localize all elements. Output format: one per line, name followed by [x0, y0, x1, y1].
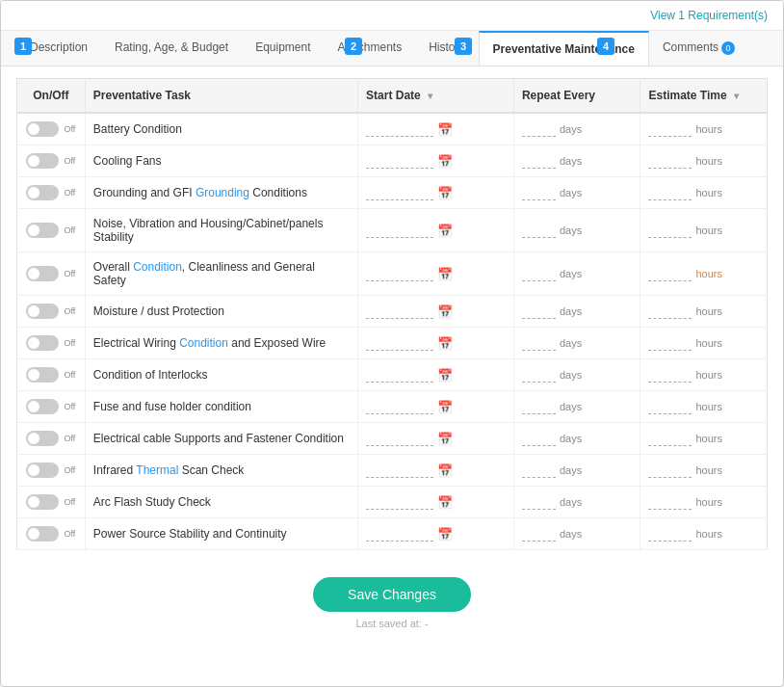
estimate-unit: hours	[695, 305, 722, 317]
estimate-unit: hours	[695, 268, 722, 279]
calendar-icon[interactable]: 📅	[437, 463, 453, 478]
repeat-input[interactable]	[522, 462, 556, 478]
task-link-text[interactable]: Condition	[133, 260, 182, 274]
toggle-switch[interactable]	[26, 185, 59, 200]
calendar-icon[interactable]: 📅	[437, 267, 453, 281]
date-input[interactable]	[366, 185, 433, 200]
save-changes-button[interactable]: Save Changes	[313, 577, 471, 612]
repeat-input[interactable]	[522, 431, 556, 446]
date-input[interactable]	[366, 266, 433, 281]
toggle-switch[interactable]	[26, 304, 59, 319]
date-input[interactable]	[366, 431, 433, 446]
toggle-switch[interactable]	[26, 367, 59, 383]
repeat-every-cell: days	[513, 113, 640, 145]
estimate-input[interactable]	[648, 121, 692, 137]
toggle-label: Off	[64, 306, 75, 316]
col-header-estimate[interactable]: Estimate Time ▾	[640, 79, 768, 114]
estimate-input[interactable]	[648, 223, 692, 238]
repeat-input[interactable]	[522, 121, 556, 137]
calendar-icon[interactable]: 📅	[437, 400, 453, 414]
repeat-input[interactable]	[522, 494, 556, 510]
toggle-switch[interactable]	[26, 223, 59, 238]
repeat-every-cell: days	[513, 252, 640, 296]
task-link-text[interactable]: Grounding	[196, 186, 249, 199]
repeat-input[interactable]	[522, 223, 556, 238]
estimate-time-cell: hours	[640, 209, 768, 252]
toggle-switch[interactable]	[26, 494, 59, 510]
toggle-switch[interactable]	[26, 335, 59, 351]
estimate-input[interactable]	[648, 304, 692, 319]
estimate-time-cell: hours	[640, 113, 768, 145]
table-row: Off Grounding and GFI Grounding Conditio…	[17, 177, 768, 209]
estimate-input[interactable]	[648, 431, 692, 446]
task-cell: Arc Flash Study Check	[85, 487, 357, 518]
repeat-input[interactable]	[522, 526, 556, 542]
calendar-icon[interactable]: 📅	[437, 122, 453, 137]
repeat-input[interactable]	[522, 335, 556, 351]
repeat-input[interactable]	[522, 367, 556, 383]
start-date-cell: 📅	[358, 252, 514, 296]
calendar-icon[interactable]: 📅	[437, 432, 453, 446]
toggle-switch[interactable]	[26, 462, 59, 478]
tab-rating[interactable]: Rating, Age, & Budget	[101, 31, 242, 66]
calendar-icon[interactable]: 📅	[437, 368, 453, 383]
task-link-text[interactable]: Thermal	[136, 463, 178, 477]
estimate-input[interactable]	[648, 367, 692, 383]
estimate-input[interactable]	[648, 494, 692, 510]
date-input[interactable]	[366, 335, 433, 351]
repeat-every-cell: days	[513, 145, 640, 177]
repeat-input[interactable]	[522, 185, 556, 200]
date-input[interactable]	[366, 526, 433, 542]
start-date-cell: 📅	[358, 359, 514, 391]
toggle-cell: Off	[17, 145, 86, 177]
calendar-icon[interactable]: 📅	[437, 495, 453, 510]
date-input[interactable]	[366, 367, 433, 383]
estimate-input[interactable]	[648, 335, 692, 351]
task-cell: Overall Condition, Cleanliness and Gener…	[85, 252, 357, 296]
estimate-input[interactable]	[648, 266, 692, 281]
calendar-icon[interactable]: 📅	[437, 154, 453, 169]
repeat-input[interactable]	[522, 304, 556, 319]
toggle-label: Off	[64, 269, 75, 278]
estimate-input[interactable]	[648, 526, 692, 542]
repeat-input[interactable]	[522, 399, 556, 414]
date-input[interactable]	[366, 462, 433, 478]
toggle-switch[interactable]	[26, 153, 59, 169]
task-link-text[interactable]: Condition	[179, 336, 228, 350]
toggle-switch[interactable]	[26, 431, 59, 446]
estimate-input[interactable]	[648, 185, 692, 200]
date-input[interactable]	[366, 399, 433, 414]
repeat-input[interactable]	[522, 266, 556, 281]
col-header-startdate[interactable]: Start Date ▾	[358, 79, 514, 114]
table-body: Off Battery Condition 📅 days hours Off C…	[17, 113, 768, 550]
tab-equipment[interactable]: Equipment	[242, 31, 324, 66]
toggle-switch[interactable]	[26, 266, 59, 281]
toggle-switch[interactable]	[26, 526, 59, 542]
toggle-label: Off	[64, 402, 75, 411]
estimate-input[interactable]	[648, 153, 692, 169]
calendar-icon[interactable]: 📅	[437, 527, 453, 542]
date-input[interactable]	[366, 223, 433, 238]
tab-comments[interactable]: Comments0	[649, 31, 748, 66]
calendar-icon[interactable]: 📅	[437, 186, 453, 200]
date-input[interactable]	[366, 494, 433, 510]
start-date-cell: 📅	[358, 113, 514, 145]
calendar-icon[interactable]: 📅	[437, 336, 453, 351]
toggle-label: Off	[64, 529, 75, 539]
date-input[interactable]	[366, 121, 433, 137]
repeat-input[interactable]	[522, 153, 556, 169]
toggle-cell: Off	[17, 359, 86, 391]
tab-attachments[interactable]: Attachments	[325, 31, 416, 66]
toggle-switch[interactable]	[26, 399, 59, 414]
estimate-time-cell: hours	[640, 423, 768, 455]
date-input[interactable]	[366, 153, 433, 169]
calendar-icon[interactable]: 📅	[437, 224, 453, 238]
calendar-icon[interactable]: 📅	[437, 304, 453, 319]
start-date-cell: 📅	[358, 209, 514, 252]
view-requirement-link[interactable]: View 1 Requirement(s)	[650, 9, 768, 22]
toggle-switch[interactable]	[26, 121, 59, 137]
tab-preventative-maintenance[interactable]: Preventative Maintenance	[479, 31, 649, 66]
date-input[interactable]	[366, 304, 433, 319]
estimate-input[interactable]	[648, 399, 692, 414]
estimate-input[interactable]	[648, 462, 692, 478]
